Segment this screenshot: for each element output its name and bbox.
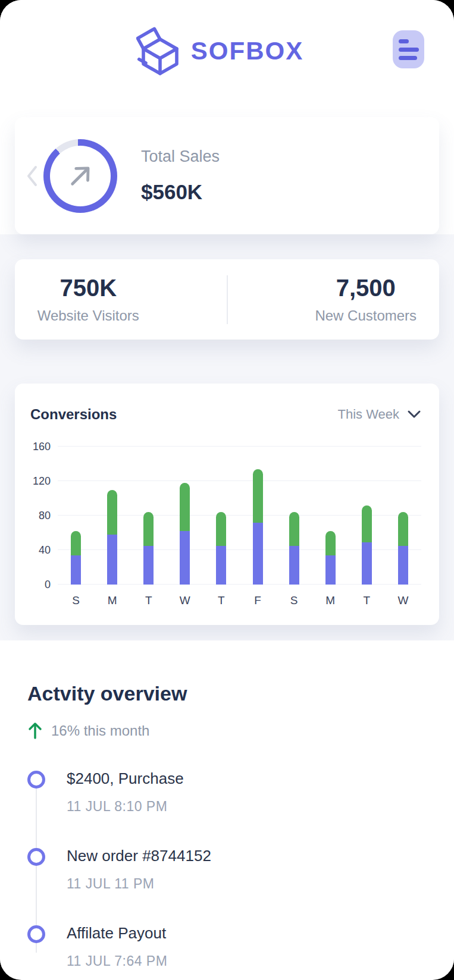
timeline-dot-icon [27, 848, 45, 866]
chevron-left-icon [23, 162, 41, 190]
trend-text: 16% this month [51, 723, 149, 739]
timeline-item: New order #8744152 11 JUL 11 PM [27, 847, 427, 892]
stat-label: Website Visitors [37, 307, 139, 324]
stacked-bar [239, 447, 275, 585]
chevron-down-icon [407, 410, 421, 419]
menu-icon [399, 56, 417, 60]
arrow-up-icon [27, 722, 43, 740]
content-band: 750K Website Visitors 7,500 New Customer… [0, 234, 454, 640]
brand-name: SOFBOX [191, 37, 303, 65]
x-axis-label: T [130, 594, 167, 607]
bar-segment-secondary [325, 531, 336, 555]
timeline-item-title: Affilate Payout [67, 924, 167, 943]
carousel-prev-button[interactable] [23, 162, 41, 190]
stacked-bar [312, 447, 349, 585]
timeline-dot-icon [27, 771, 45, 789]
stacked-bar [203, 447, 239, 585]
activity-trend: 16% this month [27, 722, 427, 740]
bar-segment-secondary [107, 490, 117, 535]
bar-series [58, 447, 421, 585]
bar-segment-secondary [362, 505, 372, 542]
total-sales-card[interactable]: Total Sales $560K [15, 117, 439, 234]
stacked-bar [167, 447, 203, 585]
timeline-item: $2400, Purchase 11 JUL 8:10 PM [27, 769, 427, 815]
stacked-bar [349, 447, 385, 585]
activity-title: Actvity overview [27, 682, 427, 705]
chart-area: 04080120160 SMTWTFSMTW [30, 447, 421, 607]
activity-timeline: $2400, Purchase 11 JUL 8:10 PM New order… [27, 769, 427, 969]
bar-segment-secondary [143, 512, 154, 546]
chart-xlabels: SMTWTFSMTW [58, 594, 421, 607]
stat-value: 7,500 [336, 275, 396, 301]
stacked-bar [94, 447, 130, 585]
timeline-dot-icon [27, 925, 45, 943]
bar-segment-primary [362, 542, 372, 585]
timeline-item-time: 11 JUL 8:10 PM [67, 799, 184, 815]
y-axis-label: 160 [30, 441, 51, 453]
bar-segment-secondary [180, 483, 190, 531]
bar-segment-primary [325, 555, 336, 585]
bar-segment-primary [180, 531, 190, 585]
stat-value: 750K [60, 275, 117, 301]
timeline-item: Affilate Payout 11 JUL 7:64 PM [27, 924, 427, 969]
sales-value: $560K [141, 180, 220, 204]
stacked-bar [276, 447, 312, 585]
timeline-item-time: 11 JUL 7:64 PM [67, 953, 167, 969]
y-axis-label: 40 [30, 544, 51, 556]
menu-icon [399, 48, 419, 52]
stat-new-customers: 7,500 New Customers [293, 275, 440, 324]
stats-card: 750K Website Visitors 7,500 New Customer… [15, 259, 439, 340]
menu-icon [399, 39, 409, 43]
timeline-item-time: 11 JUL 11 PM [67, 876, 211, 892]
timeline-item-title: New order #8744152 [67, 847, 211, 865]
x-axis-label: T [349, 594, 385, 607]
y-axis-label: 120 [30, 475, 51, 487]
bar-segment-primary [216, 546, 226, 585]
timeline-item-title: $2400, Purchase [67, 769, 184, 788]
x-axis-label: F [239, 594, 275, 607]
menu-button[interactable] [393, 30, 424, 68]
sales-text: Total Sales $560K [141, 147, 220, 204]
bar-segment-primary [398, 546, 408, 585]
stat-website-visitors: 750K Website Visitors [15, 275, 162, 324]
y-axis-label: 0 [30, 579, 51, 590]
x-axis-label: M [312, 594, 349, 607]
stacked-bar [385, 447, 421, 585]
bar-segment-secondary [398, 512, 408, 546]
divider [227, 275, 228, 324]
bar-segment-secondary [253, 469, 263, 523]
stat-label: New Customers [315, 307, 417, 324]
stacked-bar [58, 447, 94, 585]
arrow-up-right-icon [63, 159, 98, 193]
x-axis-label: W [385, 594, 421, 607]
bar-segment-secondary [216, 512, 226, 546]
box-logo-icon [136, 24, 184, 78]
header: SOFBOX [0, 0, 454, 102]
timeline-item-text: New order #8744152 11 JUL 11 PM [67, 847, 211, 892]
activity-section: Actvity overview 16% this month $2400, P… [0, 640, 454, 969]
sales-label: Total Sales [141, 147, 220, 166]
chart-plot: 04080120160 [58, 447, 421, 585]
timeline-item-text: Affilate Payout 11 JUL 7:64 PM [67, 924, 167, 969]
bar-segment-primary [253, 523, 263, 585]
phone-screen: SOFBOX Total Sales $560K [0, 0, 454, 980]
chart-title: Conversions [30, 406, 117, 423]
x-axis-label: T [203, 594, 239, 607]
bar-segment-primary [143, 546, 154, 585]
period-label: This Week [337, 407, 399, 422]
bar-segment-secondary [71, 531, 81, 555]
conversions-card: Conversions This Week 04080120160 SMTWTF… [15, 384, 439, 625]
y-axis-label: 80 [30, 510, 51, 522]
logo: SOFBOX [136, 24, 303, 78]
x-axis-label: S [58, 594, 94, 607]
stacked-bar [130, 447, 167, 585]
x-axis-label: M [94, 594, 130, 607]
chart-header: Conversions This Week [30, 406, 421, 423]
period-dropdown[interactable]: This Week [337, 407, 421, 422]
x-axis-label: S [276, 594, 312, 607]
bar-segment-primary [289, 546, 299, 585]
x-axis-label: W [167, 594, 203, 607]
bar-segment-primary [71, 555, 81, 585]
bar-segment-secondary [289, 512, 299, 546]
bar-segment-primary [107, 535, 117, 585]
